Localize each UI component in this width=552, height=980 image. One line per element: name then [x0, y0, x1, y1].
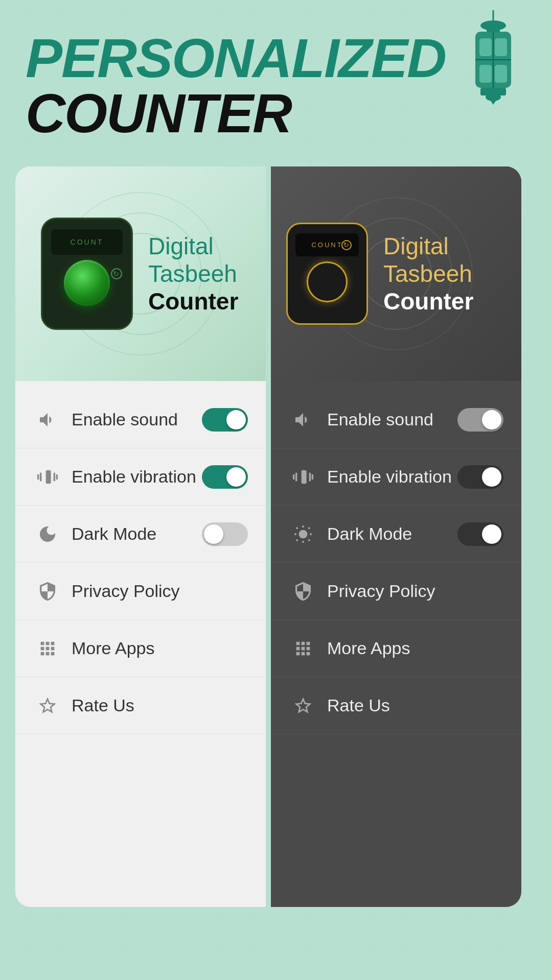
rate-us-icon-dark	[289, 691, 317, 720]
settings-menu-dark: Enable sound Enable vibration	[271, 381, 521, 745]
more-apps-label-light: More Apps	[72, 638, 248, 658]
enable-sound-toggle-light[interactable]	[202, 408, 248, 432]
enable-vibration-toggle-light[interactable]	[202, 465, 248, 489]
svg-point-13	[298, 530, 307, 538]
device-showcase-dark: COUNT ↻ Digital Tasbeeh Counter	[271, 166, 521, 381]
device-showcase-light: COUNT ↻ Digital Tasbeeh Counter	[15, 166, 266, 381]
menu-item-dark-mode-light[interactable]: Dark Mode	[15, 506, 266, 563]
vibration-icon-light	[33, 463, 61, 491]
toggle-knob	[226, 410, 246, 429]
rate-us-label-dark: Rate Us	[327, 696, 503, 715]
menu-item-rate-us-light[interactable]: Rate Us	[15, 677, 266, 734]
app-title-dark: Digital Tasbeeh Counter	[383, 232, 473, 315]
menu-item-enable-vibration-dark[interactable]: Enable vibration	[271, 448, 521, 506]
menu-item-more-apps-dark[interactable]: More Apps	[271, 620, 521, 677]
device-screen-light: COUNT ↻	[51, 229, 122, 255]
title-line2: COUNTER	[26, 86, 526, 141]
app-title-tasbeeh-dark: Tasbeeh	[383, 260, 473, 288]
dark-mode-icon-dark	[289, 520, 317, 548]
enable-vibration-toggle-dark[interactable]	[457, 465, 503, 489]
device-button-light[interactable]	[64, 260, 110, 306]
svg-marker-12	[488, 97, 498, 105]
app-title-digital-dark: Digital	[383, 232, 473, 260]
app-title-digital: Digital	[148, 232, 238, 260]
panel-dark: COUNT ↻ Digital Tasbeeh Counter	[271, 166, 521, 907]
enable-vibration-label-light: Enable vibration	[72, 467, 202, 487]
counter-device-light: COUNT ↻	[41, 218, 133, 330]
more-apps-icon-dark	[289, 634, 317, 662]
settings-menu-light: Enable sound Enable vibration	[15, 381, 266, 745]
lantern-decoration	[460, 10, 526, 114]
menu-item-privacy-policy-dark[interactable]: Privacy Policy	[271, 563, 521, 620]
privacy-icon-light	[33, 577, 61, 605]
title-line1: PERSONALIZED	[26, 31, 526, 86]
enable-sound-label-light: Enable sound	[72, 410, 202, 429]
toggle-knob	[204, 524, 223, 544]
app-title-tasbeeh: Tasbeeh	[148, 260, 238, 288]
enable-sound-label-dark: Enable sound	[327, 410, 457, 429]
app-title-counter-dark: Counter	[383, 288, 473, 315]
device-button-dark[interactable]	[307, 261, 348, 302]
svg-rect-8	[479, 65, 492, 83]
menu-item-enable-vibration-light[interactable]: Enable vibration	[15, 448, 266, 506]
app-title-counter: Counter	[148, 288, 238, 315]
menu-item-privacy-policy-light[interactable]: Privacy Policy	[15, 563, 266, 620]
menu-item-enable-sound-dark[interactable]: Enable sound	[271, 391, 521, 448]
privacy-policy-label-dark: Privacy Policy	[327, 581, 503, 601]
enable-sound-toggle-dark[interactable]	[457, 408, 503, 432]
menu-item-enable-sound-light[interactable]: Enable sound	[15, 391, 266, 448]
menu-item-more-apps-light[interactable]: More Apps	[15, 620, 266, 677]
toggle-knob	[482, 467, 501, 487]
enable-vibration-label-dark: Enable vibration	[327, 467, 457, 487]
menu-item-rate-us-dark[interactable]: Rate Us	[271, 677, 521, 734]
sound-icon-light	[33, 405, 61, 434]
menu-item-dark-mode-dark[interactable]: Dark Mode	[271, 506, 521, 563]
svg-rect-9	[495, 65, 507, 83]
dark-mode-toggle-light[interactable]	[202, 522, 248, 546]
svg-rect-6	[479, 38, 492, 56]
toggle-knob	[482, 524, 501, 544]
counter-device-dark: COUNT ↻	[286, 223, 368, 325]
more-apps-icon-light	[33, 634, 61, 662]
panel-light: COUNT ↻ Digital Tasbeeh Counter	[15, 166, 266, 907]
privacy-icon-dark	[289, 577, 317, 605]
rate-us-icon-light	[33, 691, 61, 720]
vibration-icon-dark	[289, 463, 317, 491]
dark-mode-toggle-dark[interactable]	[457, 522, 503, 546]
rate-us-label-light: Rate Us	[72, 696, 248, 715]
svg-rect-2	[487, 25, 500, 32]
toggle-knob	[482, 410, 501, 429]
main-content: COUNT ↻ Digital Tasbeeh Counter	[0, 166, 552, 907]
sound-icon-dark	[289, 405, 317, 434]
privacy-policy-label-light: Privacy Policy	[72, 581, 248, 601]
toggle-knob	[226, 467, 246, 487]
dark-mode-label-light: Dark Mode	[72, 524, 202, 544]
dark-mode-icon-light	[33, 520, 61, 548]
more-apps-label-dark: More Apps	[327, 638, 503, 658]
dark-mode-label-dark: Dark Mode	[327, 524, 457, 544]
svg-rect-7	[495, 38, 507, 56]
app-title-light: Digital Tasbeeh Counter	[148, 232, 238, 315]
